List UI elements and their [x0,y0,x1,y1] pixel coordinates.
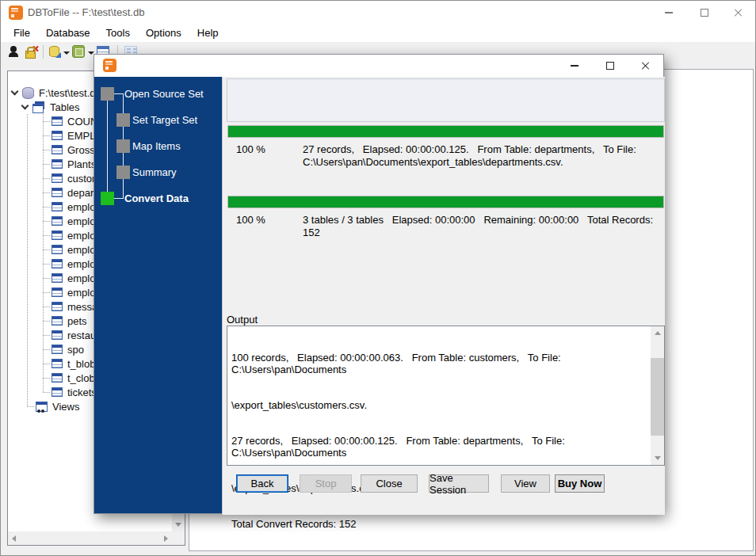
output-line: 100 records, Elapsed: 00:00:00.063. From… [231,352,648,375]
table-name: pets [67,315,87,327]
table-icon [52,387,63,397]
step-connector-line [114,198,124,199]
dialog-minimize-button[interactable] [556,55,592,77]
table-progress-fill [228,126,663,137]
table-progress-bar [227,125,664,138]
table-icon [52,330,63,340]
output-line: 27 records, Elapsed: 00:00:00.125. From … [231,435,648,459]
disconnect-lock-icon[interactable] [25,45,38,59]
dialog-maximize-button[interactable] [592,55,628,77]
arrow-down-icon [175,523,181,527]
top-panel [227,78,665,122]
output-scroll-up[interactable] [651,326,664,340]
table-name: t_clob [67,372,95,384]
tables-group-label: Tables [50,101,80,113]
output-scrollbar[interactable] [651,326,664,465]
scroll-down-button[interactable] [172,518,185,531]
total-progress-percent: 100 % [236,214,265,226]
step-convert-data[interactable]: Convert Data [124,192,189,204]
output-box[interactable]: 100 records, Elapsed: 00:00:00.063. From… [227,326,665,466]
red-x-badge [32,45,38,51]
table-icon [52,259,63,268]
dialog-close-button[interactable]: .dlg-btn .xico::before,.dlg-btn .xico::a… [628,55,663,77]
table-name: Plants [67,158,96,170]
step-square-convert-data[interactable] [101,192,114,205]
connect-user-icon[interactable] [7,45,20,58]
close-dialog-button[interactable]: Close [361,474,418,493]
menu-tools[interactable]: Tools [98,25,138,42]
dialog-app-icon [103,59,116,72]
tables-group-icon [32,101,45,112]
step-open-source-set[interactable]: Open Source Set [124,88,204,100]
arrow-up-icon [655,331,661,335]
table-progress-detail: 27 records, Elapsed: 00:00:00.125. From … [303,143,661,169]
output-label: Output [227,314,258,326]
table-name: spo [67,344,84,356]
step-square-summary[interactable] [116,166,130,179]
open-database-icon[interactable] [48,45,61,58]
maximize-button[interactable] [686,1,722,25]
table-icon [52,302,63,311]
database-icon [22,87,34,99]
table-name: t_blob [67,358,95,370]
tree-root-label: F:\test\test.db [39,87,101,99]
menu-bar: File Database Tools Options Help [1,25,755,42]
table-icon [52,131,63,140]
menu-file[interactable]: File [6,25,38,42]
table-icon [52,230,63,240]
app-icon [9,6,23,20]
step-square-set-target-set[interactable] [116,113,130,127]
menu-help[interactable]: Help [189,25,227,42]
convert-icon[interactable] [72,45,85,58]
step-set-target-set[interactable]: Set Target Set [132,114,197,126]
chevron-down-icon[interactable] [11,87,19,95]
table-icon [52,145,63,154]
tree-horizontal-scrollbar[interactable] [8,531,172,545]
convert-dialog: .dlg-btn .xico::before,.dlg-btn .xico::a… [94,54,664,514]
scrollbar-corner [172,531,185,545]
minimize-icon [665,12,673,13]
step-summary[interactable]: Summary [132,166,177,178]
total-progress-fill [228,196,663,208]
chevron-down-icon[interactable] [21,101,29,109]
save-session-button[interactable]: Save Session [429,474,489,493]
step-map-items[interactable]: Map Items [132,140,181,152]
close-button[interactable] [720,1,756,25]
step-square-map-items[interactable] [116,139,130,153]
stop-button: Stop [300,474,352,493]
table-icon [52,373,63,383]
table-icon [52,216,63,226]
step-square-open-source-set[interactable] [101,87,114,101]
dialog-content: 100 % 27 records, Elapsed: 00:00:00.125.… [222,77,665,515]
buy-now-button[interactable]: Buy Now [555,474,605,493]
main-titlebar: DBToFile -- F:\test\test.db [1,1,755,25]
minimize-button[interactable] [651,1,686,25]
output-scroll-down[interactable] [651,451,664,465]
table-progress-percent: 100 % [236,143,265,155]
output-line: Total Convert Records: 152 [231,518,648,530]
table-icon [52,273,63,283]
output-scroll-thumb[interactable] [651,358,664,436]
back-button[interactable]: Back [236,474,288,493]
table-icon [52,359,63,368]
table-icon [52,288,63,297]
menu-database[interactable]: Database [38,25,98,42]
view-button[interactable]: View [501,474,550,493]
arrow-right-icon [164,535,168,542]
views-label: Views [52,401,79,413]
arrow-down-icon [655,456,661,460]
table-icon [52,173,63,183]
app-window: DBToFile -- F:\test\test.db File Databas… [0,0,756,556]
table-name: tickets [67,387,97,398]
window-title: DBToFile -- F:\test\test.db [28,1,144,25]
open-database-dropdown-icon[interactable] [63,51,70,55]
table-icon [52,159,63,169]
maximize-icon [606,62,614,70]
minimize-icon [571,65,578,67]
menu-options[interactable]: Options [138,25,189,42]
wizard-sidebar: Open Source Set Set Target Set Map Items… [94,77,222,513]
total-progress-bar [227,196,664,208]
close-icon: .dlg-btn .xico::before,.dlg-btn .xico::a… [641,61,651,70]
table-icon [52,316,63,326]
close-icon [734,8,743,17]
